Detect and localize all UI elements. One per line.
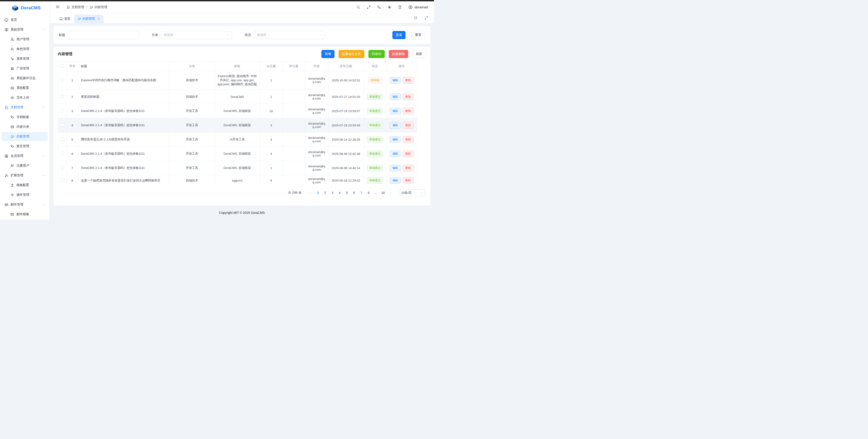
edit-button[interactable]: 编辑 <box>390 77 401 84</box>
search-button[interactable]: 搜索 <box>393 31 405 39</box>
edit-button[interactable]: 编辑 <box>390 136 401 143</box>
sidebar-item-contents[interactable]: 内容管理 <box>2 132 48 141</box>
sidebar-item-extensions[interactable]: 扩展管理 <box>2 171 48 180</box>
edit-button[interactable]: 编辑 <box>390 122 401 129</box>
page-button-30[interactable]: 30 <box>380 190 386 196</box>
sidebar-item-messages[interactable]: 留言管理 <box>2 142 48 151</box>
page-ellipsis[interactable]: … <box>373 190 379 196</box>
sidebar-item-home[interactable]: 首页 <box>2 15 48 24</box>
row-checkbox[interactable] <box>61 137 64 141</box>
row-checkbox[interactable] <box>61 78 64 82</box>
delete-button[interactable]: 删除 <box>403 136 414 143</box>
tag-icon <box>10 115 14 119</box>
status-filter-select[interactable]: 请选择 <box>254 31 325 39</box>
row-checkbox[interactable] <box>61 123 64 127</box>
sidebar-item-mail[interactable]: 邮件管理 <box>2 200 48 209</box>
page-button-8[interactable]: 8 <box>366 190 372 196</box>
close-tab-icon[interactable] <box>97 18 100 20</box>
sidebar-item-doctags[interactable]: 文档标签 <box>2 113 48 122</box>
logo[interactable]: DoraCMS <box>0 1 50 13</box>
delete-button[interactable]: 删除 <box>403 77 414 84</box>
sidebar-item-menus[interactable]: 菜单管理 <box>2 54 48 63</box>
edit-button[interactable]: 编辑 <box>390 177 401 184</box>
sidebar-item-members[interactable]: 会员管理 <box>2 152 48 160</box>
column-header: 作者 <box>305 62 329 71</box>
user-menu[interactable]: doramart <box>408 5 428 9</box>
cell-category: 开发工具 <box>169 161 215 175</box>
sidebar-item-mailtpl[interactable]: 邮件模板 <box>2 210 48 219</box>
cell-author: doramart@qq.com <box>305 118 329 132</box>
delete-button[interactable]: 删除 <box>403 151 414 157</box>
edit-button[interactable]: 编辑 <box>390 151 401 157</box>
doracms-cube-logo-icon <box>12 4 19 11</box>
cell-title: 腾讯宣布混元3D 2.1大模型对外开源 <box>78 132 169 147</box>
sidebar-item-system[interactable]: 系统管理 <box>2 25 48 34</box>
route-icon <box>10 57 14 61</box>
reset-button[interactable]: 重置 <box>411 31 425 39</box>
breadcrumb-contents[interactable]: 内容管理 <box>90 5 107 9</box>
page-button-7[interactable]: 7 <box>359 190 364 196</box>
breadcrumb-docs[interactable]: 文档管理 <box>66 5 84 9</box>
action-button-5[interactable]: 刷新 <box>412 50 426 58</box>
table-row: 5腾讯宣布混元3D 2.1大模型对外开源开发工具AI开发工具3doramart@… <box>58 132 417 147</box>
next-page-button[interactable] <box>388 190 394 196</box>
refresh-tab-icon[interactable] <box>414 16 417 21</box>
action-button-1[interactable]: 新增 <box>321 50 335 58</box>
sidebar-item-templates[interactable]: 模板配置 <box>2 181 48 190</box>
row-checkbox[interactable] <box>61 179 64 182</box>
sidebar-item-sysconfig[interactable]: 系统配置 <box>2 84 48 92</box>
sidebar-item-regusers[interactable]: 注册用户 <box>2 161 48 170</box>
cell-clicks: 1 <box>260 161 283 175</box>
sidebar-item-roles[interactable]: 角色管理 <box>2 44 48 54</box>
cell-tags: DoraCMS, 前端框架 <box>215 118 260 132</box>
edit-button[interactable]: 编辑 <box>390 94 401 100</box>
sidebar-item-categories[interactable]: 内容分类 <box>2 122 48 131</box>
action-button-2[interactable]: 批量修改分类 <box>339 50 364 58</box>
theme-sun-icon[interactable] <box>388 5 392 9</box>
row-checkbox[interactable] <box>61 109 64 112</box>
edit-button[interactable]: 编辑 <box>390 108 401 115</box>
doc-icon <box>4 105 8 109</box>
search-icon[interactable] <box>356 5 360 9</box>
delete-button[interactable]: 删除 <box>403 122 414 129</box>
select-all-checkbox[interactable] <box>61 64 64 68</box>
delete-button[interactable]: 删除 <box>403 94 414 100</box>
delete-button[interactable]: 删除 <box>403 108 414 115</box>
delete-button[interactable]: 删除 <box>403 165 414 171</box>
page-button-5[interactable]: 5 <box>344 190 350 196</box>
translate-icon[interactable] <box>377 5 381 9</box>
title-filter-input[interactable] <box>71 33 136 37</box>
category-filter-select[interactable]: 请选择 <box>161 31 232 39</box>
page-button-1[interactable]: 1 <box>315 190 321 196</box>
cell-date: 2025-07-27 14:01:03 <box>329 90 364 104</box>
maximize-pane-icon[interactable] <box>424 16 428 21</box>
action-button-4[interactable]: 批量删除 <box>389 50 408 58</box>
row-checkbox[interactable] <box>61 95 64 98</box>
sidebar-collapse-icon[interactable] <box>56 5 60 10</box>
page-button-6[interactable]: 6 <box>351 190 357 196</box>
page-button-3[interactable]: 3 <box>330 190 335 196</box>
edit-button[interactable]: 编辑 <box>390 165 401 171</box>
action-button-3[interactable]: 回收站 <box>368 50 385 58</box>
sidebar-item-users[interactable]: 用户管理 <box>2 35 48 44</box>
tab-home[interactable]: 首页 <box>56 14 74 23</box>
tab-content-management[interactable]: 内容管理 <box>74 14 103 23</box>
layout-setting-icon[interactable] <box>398 5 402 9</box>
row-checkbox[interactable] <box>61 166 64 169</box>
cell-comments <box>283 161 305 175</box>
page-button-4[interactable]: 4 <box>337 190 343 196</box>
sidebar-item-upload[interactable]: 文件上传 <box>2 93 48 102</box>
cell-actions: 编辑删除 <box>386 71 417 90</box>
page-button-2[interactable]: 2 <box>322 190 328 196</box>
sidebar-item-plugins[interactable]: 插件管理 <box>2 190 48 199</box>
row-checkbox[interactable] <box>61 152 64 155</box>
cell-title: Express中间件执行顺序详解：路由匹配规则与最佳实践 <box>78 71 169 90</box>
page-size-select[interactable]: 10条/页 <box>399 189 425 196</box>
sidebar-item-syslog[interactable]: 系统操作日志 <box>2 74 48 83</box>
table-header-row: 序号标题分类标签点击量评论量作者发布日期状态操作 <box>58 62 417 71</box>
fullscreen-icon[interactable] <box>367 5 371 9</box>
prev-page-button[interactable] <box>307 190 313 196</box>
delete-button[interactable]: 删除 <box>403 177 414 184</box>
sidebar-item-docs[interactable]: 文档管理 <box>2 103 48 112</box>
sidebar-item-ads[interactable]: 广告管理 <box>2 64 48 73</box>
